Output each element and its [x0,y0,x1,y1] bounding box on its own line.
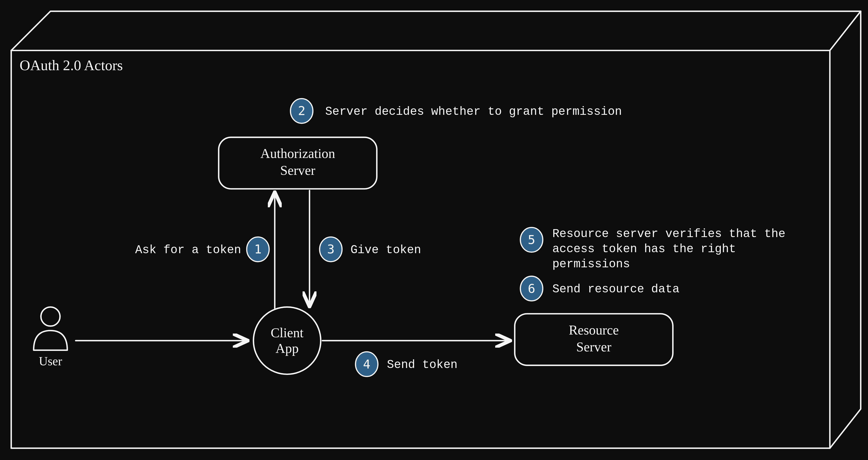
user-label: User [39,354,62,368]
step-2-num: 2 [298,104,305,118]
actor-client-app: Client App [253,307,321,374]
diagram-canvas: OAuth 2.0 Actors User Client App Authori… [0,0,868,460]
step-5-num: 5 [528,233,535,247]
step-1-label: Ask for a token [135,243,241,257]
diagram-title: OAuth 2.0 Actors [20,57,123,73]
step-5: 5 Resource server verifies that the acce… [520,227,785,271]
step-6-label: Send resource data [552,283,679,296]
resource-label-2: Server [576,339,611,354]
step-3-num: 3 [327,242,335,256]
auth-label-2: Server [280,163,315,178]
actor-auth-server: Authorization Server [219,137,377,189]
step-6: 6 Send resource data [520,276,679,301]
step-5-label-l1: Resource server verifies that the [552,227,785,240]
svg-point-2 [253,307,321,374]
actor-resource-server: Resource Server [515,314,673,365]
step-4-label: Send token [387,358,458,371]
step-5-label-l2: access token has the right [552,242,736,256]
step-1: 1 Ask for a token [135,237,269,262]
svg-point-1 [41,307,60,326]
auth-label-1: Authorization [260,146,335,161]
step-4: 4 Send token [355,352,458,376]
step-4-num: 4 [363,357,370,371]
step-5-label-l3: permissions [552,258,630,271]
step-3: 3 Give token [320,237,421,262]
step-2-label: Server decides whether to grant permissi… [325,105,622,118]
step-6-num: 6 [528,282,535,296]
client-label-1: Client [271,325,303,340]
step-1-num: 1 [254,242,261,256]
resource-label-1: Resource [569,323,619,337]
step-3-label: Give token [350,243,421,257]
step-2: 2 Server decides whether to grant permis… [290,99,622,123]
client-label-2: App [276,341,299,356]
actor-user: User [34,307,67,368]
